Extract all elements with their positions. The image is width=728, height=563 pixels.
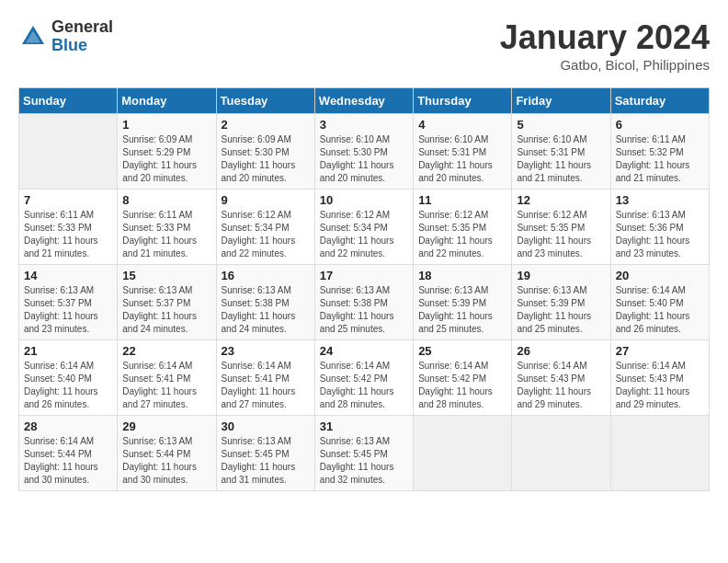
logo: General Blue bbox=[18, 18, 113, 55]
day-number: 17 bbox=[320, 269, 408, 282]
day-info: Sunrise: 6:14 AMSunset: 5:44 PMDaylight:… bbox=[24, 435, 112, 487]
day-number: 30 bbox=[222, 419, 310, 433]
day-info: Sunrise: 6:13 AMSunset: 5:39 PMDaylight:… bbox=[418, 284, 506, 336]
calendar-cell: 23Sunrise: 6:14 AMSunset: 5:41 PMDayligh… bbox=[216, 340, 314, 416]
calendar-header-thursday: Thursday bbox=[414, 88, 512, 114]
calendar-cell: 28Sunrise: 6:14 AMSunset: 5:44 PMDayligh… bbox=[19, 416, 118, 491]
calendar-cell: 26Sunrise: 6:14 AMSunset: 5:43 PMDayligh… bbox=[512, 340, 610, 416]
calendar-header-saturday: Saturday bbox=[610, 88, 709, 114]
day-info: Sunrise: 6:11 AMSunset: 5:32 PMDaylight:… bbox=[616, 133, 704, 185]
calendar-cell: 9Sunrise: 6:12 AMSunset: 5:34 PMDaylight… bbox=[216, 190, 314, 265]
day-info: Sunrise: 6:11 AMSunset: 5:33 PMDaylight:… bbox=[122, 209, 210, 260]
calendar-cell bbox=[512, 416, 610, 491]
calendar-cell: 13Sunrise: 6:13 AMSunset: 5:36 PMDayligh… bbox=[610, 190, 709, 265]
calendar-header-wednesday: Wednesday bbox=[314, 88, 413, 114]
day-info: Sunrise: 6:13 AMSunset: 5:38 PMDaylight:… bbox=[320, 284, 408, 336]
day-info: Sunrise: 6:14 AMSunset: 5:43 PMDaylight:… bbox=[616, 360, 704, 411]
day-number: 8 bbox=[122, 193, 210, 207]
day-info: Sunrise: 6:13 AMSunset: 5:45 PMDaylight:… bbox=[222, 435, 310, 487]
day-number: 28 bbox=[24, 419, 112, 433]
calendar-table: SundayMondayTuesdayWednesdayThursdayFrid… bbox=[18, 87, 710, 491]
day-number: 15 bbox=[122, 269, 210, 282]
day-number: 27 bbox=[616, 344, 704, 358]
logo-general: General bbox=[51, 18, 113, 37]
day-number: 23 bbox=[222, 344, 310, 358]
day-info: Sunrise: 6:12 AMSunset: 5:34 PMDaylight:… bbox=[320, 209, 408, 260]
logo-blue: Blue bbox=[51, 37, 113, 55]
day-info: Sunrise: 6:13 AMSunset: 5:37 PMDaylight:… bbox=[24, 284, 112, 336]
day-info: Sunrise: 6:14 AMSunset: 5:42 PMDaylight:… bbox=[320, 360, 408, 411]
calendar-cell bbox=[414, 416, 512, 491]
day-info: Sunrise: 6:12 AMSunset: 5:35 PMDaylight:… bbox=[418, 209, 506, 260]
day-info: Sunrise: 6:09 AMSunset: 5:29 PMDaylight:… bbox=[122, 133, 210, 185]
calendar-cell: 1Sunrise: 6:09 AMSunset: 5:29 PMDaylight… bbox=[118, 114, 216, 190]
calendar-cell: 29Sunrise: 6:13 AMSunset: 5:44 PMDayligh… bbox=[118, 416, 216, 491]
calendar-cell: 11Sunrise: 6:12 AMSunset: 5:35 PMDayligh… bbox=[414, 190, 512, 265]
day-info: Sunrise: 6:14 AMSunset: 5:42 PMDaylight:… bbox=[418, 360, 506, 411]
day-info: Sunrise: 6:14 AMSunset: 5:40 PMDaylight:… bbox=[24, 360, 112, 411]
calendar-cell: 30Sunrise: 6:13 AMSunset: 5:45 PMDayligh… bbox=[216, 416, 314, 491]
day-info: Sunrise: 6:13 AMSunset: 5:45 PMDaylight:… bbox=[320, 435, 408, 487]
day-number: 3 bbox=[320, 118, 408, 132]
calendar-cell: 20Sunrise: 6:14 AMSunset: 5:40 PMDayligh… bbox=[610, 265, 709, 340]
day-number: 20 bbox=[616, 269, 704, 282]
day-number: 31 bbox=[320, 419, 408, 433]
logo-text: General Blue bbox=[51, 18, 113, 55]
calendar-cell: 10Sunrise: 6:12 AMSunset: 5:34 PMDayligh… bbox=[314, 190, 413, 265]
calendar-cell: 19Sunrise: 6:13 AMSunset: 5:39 PMDayligh… bbox=[512, 265, 610, 340]
day-number: 21 bbox=[24, 344, 112, 358]
calendar-header-monday: Monday bbox=[118, 88, 216, 114]
day-number: 18 bbox=[418, 269, 506, 282]
day-info: Sunrise: 6:14 AMSunset: 5:43 PMDaylight:… bbox=[517, 360, 605, 411]
calendar-cell bbox=[19, 114, 118, 190]
day-number: 26 bbox=[517, 344, 605, 358]
calendar-cell: 24Sunrise: 6:14 AMSunset: 5:42 PMDayligh… bbox=[314, 340, 413, 416]
calendar-cell: 7Sunrise: 6:11 AMSunset: 5:33 PMDaylight… bbox=[19, 190, 118, 265]
calendar-cell: 14Sunrise: 6:13 AMSunset: 5:37 PMDayligh… bbox=[19, 265, 118, 340]
calendar-cell: 4Sunrise: 6:10 AMSunset: 5:31 PMDaylight… bbox=[414, 114, 512, 190]
calendar-cell: 25Sunrise: 6:14 AMSunset: 5:42 PMDayligh… bbox=[414, 340, 512, 416]
calendar-cell: 27Sunrise: 6:14 AMSunset: 5:43 PMDayligh… bbox=[610, 340, 709, 416]
calendar-cell: 17Sunrise: 6:13 AMSunset: 5:38 PMDayligh… bbox=[314, 265, 413, 340]
calendar-cell: 6Sunrise: 6:11 AMSunset: 5:32 PMDaylight… bbox=[610, 114, 709, 190]
calendar-cell: 16Sunrise: 6:13 AMSunset: 5:38 PMDayligh… bbox=[216, 265, 314, 340]
logo-icon bbox=[18, 22, 48, 52]
calendar-header-sunday: Sunday bbox=[19, 88, 118, 114]
day-number: 24 bbox=[320, 344, 408, 358]
calendar-week-row: 21Sunrise: 6:14 AMSunset: 5:40 PMDayligh… bbox=[19, 340, 710, 416]
day-number: 7 bbox=[24, 193, 112, 207]
calendar-week-row: 7Sunrise: 6:11 AMSunset: 5:33 PMDaylight… bbox=[19, 190, 710, 265]
calendar-header-friday: Friday bbox=[512, 88, 610, 114]
calendar-cell: 5Sunrise: 6:10 AMSunset: 5:31 PMDaylight… bbox=[512, 114, 610, 190]
day-number: 4 bbox=[418, 118, 506, 132]
calendar-cell: 12Sunrise: 6:12 AMSunset: 5:35 PMDayligh… bbox=[512, 190, 610, 265]
calendar-cell: 22Sunrise: 6:14 AMSunset: 5:41 PMDayligh… bbox=[118, 340, 216, 416]
day-number: 19 bbox=[517, 269, 605, 282]
calendar-header-tuesday: Tuesday bbox=[216, 88, 314, 114]
calendar-cell bbox=[610, 416, 709, 491]
day-info: Sunrise: 6:13 AMSunset: 5:36 PMDaylight:… bbox=[616, 209, 704, 260]
day-number: 22 bbox=[122, 344, 210, 358]
day-info: Sunrise: 6:12 AMSunset: 5:34 PMDaylight:… bbox=[222, 209, 310, 260]
day-number: 5 bbox=[517, 118, 605, 132]
calendar-week-row: 1Sunrise: 6:09 AMSunset: 5:29 PMDaylight… bbox=[19, 114, 710, 190]
day-info: Sunrise: 6:12 AMSunset: 5:35 PMDaylight:… bbox=[517, 209, 605, 260]
day-info: Sunrise: 6:13 AMSunset: 5:44 PMDaylight:… bbox=[122, 435, 210, 487]
calendar-cell: 18Sunrise: 6:13 AMSunset: 5:39 PMDayligh… bbox=[414, 265, 512, 340]
day-number: 12 bbox=[517, 193, 605, 207]
day-number: 10 bbox=[320, 193, 408, 207]
calendar-cell: 21Sunrise: 6:14 AMSunset: 5:40 PMDayligh… bbox=[19, 340, 118, 416]
calendar-cell: 8Sunrise: 6:11 AMSunset: 5:33 PMDaylight… bbox=[118, 190, 216, 265]
day-info: Sunrise: 6:13 AMSunset: 5:37 PMDaylight:… bbox=[122, 284, 210, 336]
day-info: Sunrise: 6:14 AMSunset: 5:41 PMDaylight:… bbox=[122, 360, 210, 411]
calendar-cell: 2Sunrise: 6:09 AMSunset: 5:30 PMDaylight… bbox=[216, 114, 314, 190]
calendar-subtitle: Gatbo, Bicol, Philippines bbox=[500, 57, 710, 73]
calendar-cell: 31Sunrise: 6:13 AMSunset: 5:45 PMDayligh… bbox=[314, 416, 413, 491]
day-info: Sunrise: 6:11 AMSunset: 5:33 PMDaylight:… bbox=[24, 209, 112, 260]
day-info: Sunrise: 6:10 AMSunset: 5:31 PMDaylight:… bbox=[517, 133, 605, 185]
day-number: 2 bbox=[222, 118, 310, 132]
day-number: 16 bbox=[222, 269, 310, 282]
day-info: Sunrise: 6:13 AMSunset: 5:38 PMDaylight:… bbox=[222, 284, 310, 336]
day-info: Sunrise: 6:13 AMSunset: 5:39 PMDaylight:… bbox=[517, 284, 605, 336]
day-number: 25 bbox=[418, 344, 506, 358]
